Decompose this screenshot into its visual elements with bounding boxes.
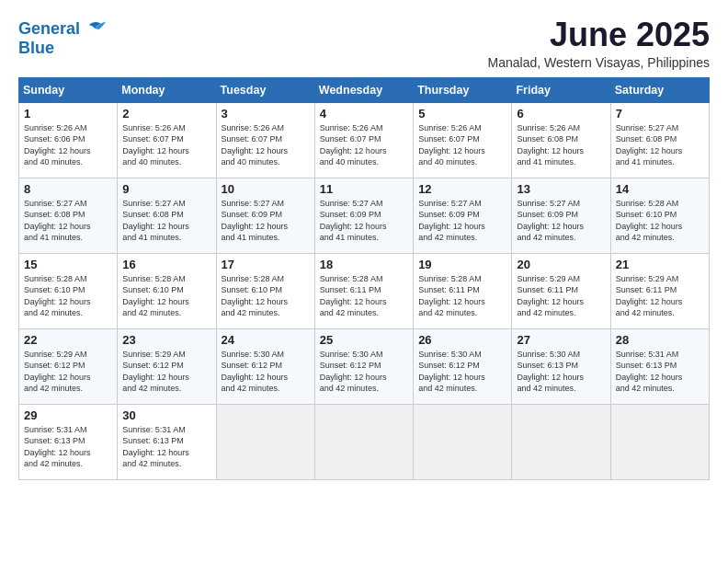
day-number: 12 — [418, 182, 506, 196]
day-number: 28 — [616, 333, 704, 347]
table-row: 2Sunrise: 5:26 AM Sunset: 6:07 PM Daylig… — [118, 102, 216, 178]
day-detail: Sunrise: 5:29 AM Sunset: 6:12 PM Dayligh… — [122, 349, 210, 395]
day-number: 23 — [122, 333, 210, 347]
day-detail: Sunrise: 5:28 AM Sunset: 6:11 PM Dayligh… — [418, 273, 506, 319]
table-row: 14Sunrise: 5:28 AM Sunset: 6:10 PM Dayli… — [610, 178, 709, 253]
logo-text: General — [18, 20, 80, 39]
table-row — [414, 404, 512, 479]
day-number: 19 — [418, 258, 506, 271]
day-detail: Sunrise: 5:26 AM Sunset: 6:07 PM Dayligh… — [320, 122, 408, 168]
title-block: June 2025 Manalad, Western Visayas, Phil… — [488, 17, 711, 70]
location-subtitle: Manalad, Western Visayas, Philippines — [488, 55, 711, 70]
table-row: 23Sunrise: 5:29 AM Sunset: 6:12 PM Dayli… — [118, 328, 216, 404]
calendar-week-2: 8Sunrise: 5:27 AM Sunset: 6:08 PM Daylig… — [19, 178, 710, 253]
month-title: June 2025 — [488, 17, 711, 53]
day-detail: Sunrise: 5:27 AM Sunset: 6:09 PM Dayligh… — [418, 198, 506, 244]
day-detail: Sunrise: 5:28 AM Sunset: 6:10 PM Dayligh… — [24, 273, 112, 319]
day-number: 4 — [320, 107, 408, 121]
table-row: 21Sunrise: 5:29 AM Sunset: 6:11 PM Dayli… — [610, 253, 709, 328]
table-row: 16Sunrise: 5:28 AM Sunset: 6:10 PM Dayli… — [118, 253, 216, 328]
table-row: 6Sunrise: 5:26 AM Sunset: 6:08 PM Daylig… — [512, 102, 610, 178]
calendar-week-1: 1Sunrise: 5:26 AM Sunset: 6:06 PM Daylig… — [19, 102, 710, 178]
table-row: 4Sunrise: 5:26 AM Sunset: 6:07 PM Daylig… — [314, 102, 413, 178]
table-row: 10Sunrise: 5:27 AM Sunset: 6:09 PM Dayli… — [216, 178, 314, 253]
table-row: 3Sunrise: 5:26 AM Sunset: 6:07 PM Daylig… — [216, 102, 314, 178]
col-thursday: Thursday — [414, 77, 512, 102]
day-number: 24 — [222, 333, 310, 347]
day-detail: Sunrise: 5:27 AM Sunset: 6:09 PM Dayligh… — [320, 198, 408, 244]
table-row: 13Sunrise: 5:27 AM Sunset: 6:09 PM Dayli… — [512, 178, 610, 253]
page: General Blue June 2025 Manalad, Western … — [0, 0, 728, 563]
day-detail: Sunrise: 5:28 AM Sunset: 6:10 PM Dayligh… — [222, 273, 310, 319]
day-number: 13 — [517, 182, 605, 196]
day-detail: Sunrise: 5:31 AM Sunset: 6:13 PM Dayligh… — [122, 424, 210, 470]
col-monday: Monday — [118, 77, 216, 102]
col-saturday: Saturday — [610, 77, 709, 102]
day-detail: Sunrise: 5:30 AM Sunset: 6:12 PM Dayligh… — [222, 349, 310, 395]
day-number: 18 — [320, 258, 408, 271]
day-detail: Sunrise: 5:28 AM Sunset: 6:11 PM Dayligh… — [320, 273, 408, 319]
day-detail: Sunrise: 5:30 AM Sunset: 6:12 PM Dayligh… — [418, 349, 506, 395]
day-number: 6 — [517, 107, 605, 121]
day-detail: Sunrise: 5:27 AM Sunset: 6:09 PM Dayligh… — [517, 198, 605, 244]
day-detail: Sunrise: 5:27 AM Sunset: 6:08 PM Dayligh… — [616, 122, 704, 168]
day-detail: Sunrise: 5:30 AM Sunset: 6:13 PM Dayligh… — [517, 349, 605, 395]
day-detail: Sunrise: 5:26 AM Sunset: 6:07 PM Dayligh… — [418, 122, 506, 168]
day-detail: Sunrise: 5:28 AM Sunset: 6:10 PM Dayligh… — [616, 198, 704, 244]
day-detail: Sunrise: 5:26 AM Sunset: 6:07 PM Dayligh… — [122, 122, 210, 168]
table-row — [216, 404, 314, 479]
day-number: 16 — [122, 258, 210, 271]
calendar-week-3: 15Sunrise: 5:28 AM Sunset: 6:10 PM Dayli… — [19, 253, 710, 328]
day-detail: Sunrise: 5:27 AM Sunset: 6:09 PM Dayligh… — [222, 198, 310, 244]
day-detail: Sunrise: 5:31 AM Sunset: 6:13 PM Dayligh… — [24, 424, 112, 470]
day-number: 1 — [24, 107, 112, 121]
day-number: 3 — [222, 107, 310, 121]
day-number: 8 — [24, 182, 112, 196]
day-number: 27 — [517, 333, 605, 347]
table-row: 25Sunrise: 5:30 AM Sunset: 6:12 PM Dayli… — [314, 328, 413, 404]
table-row: 19Sunrise: 5:28 AM Sunset: 6:11 PM Dayli… — [414, 253, 512, 328]
day-number: 21 — [616, 258, 704, 271]
day-number: 22 — [24, 333, 112, 347]
table-row: 20Sunrise: 5:29 AM Sunset: 6:11 PM Dayli… — [512, 253, 610, 328]
table-row: 5Sunrise: 5:26 AM Sunset: 6:07 PM Daylig… — [414, 102, 512, 178]
header: General Blue June 2025 Manalad, Western … — [18, 17, 710, 70]
table-row: 1Sunrise: 5:26 AM Sunset: 6:06 PM Daylig… — [19, 102, 118, 178]
day-detail: Sunrise: 5:29 AM Sunset: 6:11 PM Dayligh… — [517, 273, 605, 319]
day-number: 14 — [616, 182, 704, 196]
day-number: 2 — [122, 107, 210, 121]
table-row — [314, 404, 413, 479]
col-tuesday: Tuesday — [216, 77, 314, 102]
table-row: 28Sunrise: 5:31 AM Sunset: 6:13 PM Dayli… — [610, 328, 709, 404]
day-detail: Sunrise: 5:29 AM Sunset: 6:12 PM Dayligh… — [24, 349, 112, 395]
day-number: 11 — [320, 182, 408, 196]
table-row: 27Sunrise: 5:30 AM Sunset: 6:13 PM Dayli… — [512, 328, 610, 404]
table-row: 29Sunrise: 5:31 AM Sunset: 6:13 PM Dayli… — [19, 404, 118, 479]
day-detail: Sunrise: 5:28 AM Sunset: 6:10 PM Dayligh… — [122, 273, 210, 319]
day-number: 30 — [122, 408, 210, 422]
table-row: 9Sunrise: 5:27 AM Sunset: 6:08 PM Daylig… — [118, 178, 216, 253]
col-wednesday: Wednesday — [314, 77, 413, 102]
day-number: 5 — [418, 107, 506, 121]
day-number: 9 — [122, 182, 210, 196]
header-row: Sunday Monday Tuesday Wednesday Thursday… — [19, 77, 710, 102]
day-detail: Sunrise: 5:29 AM Sunset: 6:11 PM Dayligh… — [616, 273, 704, 319]
table-row: 22Sunrise: 5:29 AM Sunset: 6:12 PM Dayli… — [19, 328, 118, 404]
table-row — [610, 404, 709, 479]
logo: General Blue — [18, 17, 108, 58]
table-row: 26Sunrise: 5:30 AM Sunset: 6:12 PM Dayli… — [414, 328, 512, 404]
day-detail: Sunrise: 5:27 AM Sunset: 6:08 PM Dayligh… — [24, 198, 112, 244]
calendar-week-4: 22Sunrise: 5:29 AM Sunset: 6:12 PM Dayli… — [19, 328, 710, 404]
col-friday: Friday — [512, 77, 610, 102]
table-row: 8Sunrise: 5:27 AM Sunset: 6:08 PM Daylig… — [19, 178, 118, 253]
calendar-week-5: 29Sunrise: 5:31 AM Sunset: 6:13 PM Dayli… — [19, 404, 710, 479]
day-number: 26 — [418, 333, 506, 347]
day-number: 10 — [222, 182, 310, 196]
day-detail: Sunrise: 5:26 AM Sunset: 6:06 PM Dayligh… — [24, 122, 112, 168]
day-detail: Sunrise: 5:26 AM Sunset: 6:07 PM Dayligh… — [222, 122, 310, 168]
calendar-table: Sunday Monday Tuesday Wednesday Thursday… — [18, 77, 710, 480]
day-number: 25 — [320, 333, 408, 347]
day-number: 17 — [222, 258, 310, 271]
table-row: 15Sunrise: 5:28 AM Sunset: 6:10 PM Dayli… — [19, 253, 118, 328]
table-row: 30Sunrise: 5:31 AM Sunset: 6:13 PM Dayli… — [118, 404, 216, 479]
